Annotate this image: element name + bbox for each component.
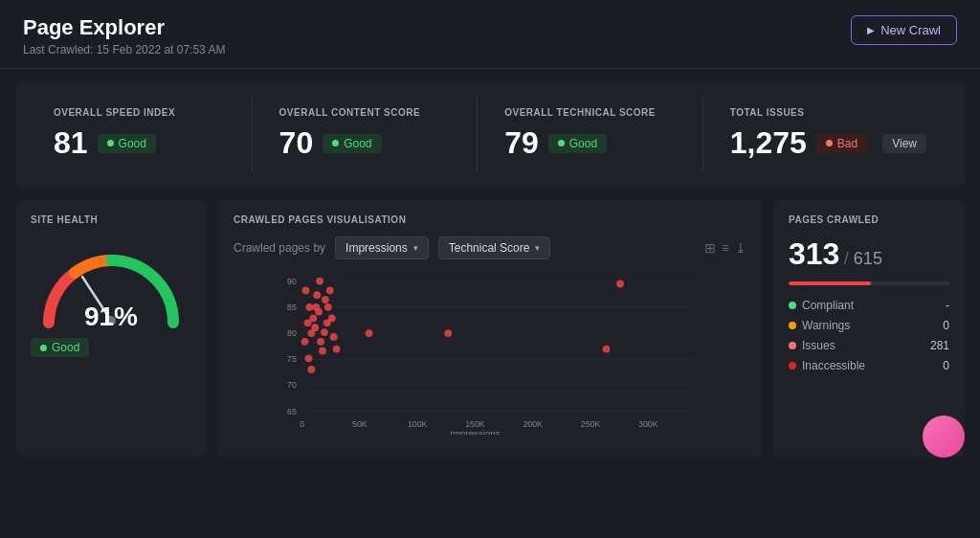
technical-score-card: OVERALL TECHNICAL SCORE 79 Good (489, 96, 703, 172)
legend-warnings: Warnings 0 (789, 319, 949, 332)
new-crawl-button[interactable]: ▶ New Crawl (851, 15, 957, 45)
technical-score-badge: Good (548, 134, 607, 153)
svg-point-39 (330, 333, 338, 341)
pages-crawled-label: PAGES CRAWLED (789, 214, 949, 225)
gauge-center: 91% (84, 302, 138, 332)
crawled-controls: Crawled pages by Impressions ▾ Technical… (234, 236, 746, 259)
svg-point-30 (311, 324, 319, 331)
total-issues-badge: Bad (816, 134, 867, 153)
legend-compliant: Compliant - (789, 299, 949, 312)
inaccessible-dot (789, 362, 796, 370)
svg-point-23 (306, 303, 314, 311)
svg-point-47 (616, 280, 624, 288)
svg-text:300K: 300K (638, 419, 658, 429)
gauge-container: 91% (34, 236, 188, 332)
bottom-row: SITE HEALTH 91% Good (0, 199, 980, 458)
scatter-plot-svg: 90 85 80 75 70 65 0 50K 100K 150K 200K 2 (234, 267, 746, 435)
technical-score-dropdown[interactable]: Technical Score ▾ (438, 236, 551, 259)
page-title: Page Explorer (23, 15, 225, 40)
svg-point-31 (317, 338, 324, 346)
svg-point-22 (302, 286, 310, 294)
pages-bar-fill (789, 281, 871, 285)
svg-text:85: 85 (287, 303, 297, 312)
svg-text:65: 65 (287, 407, 297, 416)
content-score-dot (332, 140, 339, 146)
last-crawled: Last Crawled: 15 Feb 2022 at 07:53 AM (23, 43, 225, 56)
crawled-by-label: Crawled pages by (234, 241, 325, 255)
svg-point-33 (305, 354, 313, 362)
list-icon[interactable]: ≡ (722, 240, 729, 256)
total-issues-card: TOTAL ISSUES 1,275 Bad View (715, 96, 942, 172)
total-issues-value: 1,275 (730, 125, 807, 161)
site-health-card: SITE HEALTH 91% Good (15, 199, 207, 458)
score-cards-row: OVERALL SPEED INDEX 81 Good OVERALL CONT… (15, 80, 965, 188)
site-health-status-badge: Good (31, 338, 89, 357)
avatar (923, 415, 965, 458)
svg-point-48 (603, 346, 611, 353)
technical-score-label: OVERALL TECHNICAL SCORE (504, 107, 687, 118)
svg-text:50K: 50K (352, 419, 368, 429)
svg-point-27 (309, 315, 317, 323)
header: Page Explorer Last Crawled: 15 Feb 2022 … (0, 0, 980, 69)
svg-text:70: 70 (287, 380, 297, 390)
total-issues-label: TOTAL ISSUES (730, 107, 926, 118)
impressions-chevron-icon: ▾ (413, 243, 418, 253)
view-issues-button[interactable]: View (882, 134, 926, 153)
speed-index-card: OVERALL SPEED INDEX 81 Good (38, 96, 253, 172)
svg-point-37 (324, 303, 332, 311)
svg-text:Impressions: Impressions (450, 428, 501, 435)
pages-count-row: 313 / 615 (789, 236, 949, 272)
svg-text:90: 90 (287, 277, 297, 286)
svg-point-44 (326, 286, 334, 294)
grid-icon[interactable]: ⊞ (704, 240, 716, 256)
warnings-dot (789, 322, 796, 329)
impressions-dropdown[interactable]: Impressions ▾ (335, 236, 429, 259)
pages-progress-bar (789, 281, 949, 285)
svg-text:75: 75 (287, 354, 297, 364)
svg-point-26 (301, 338, 309, 346)
content-score-badge: Good (323, 134, 381, 153)
crawled-pages-card: CRAWLED PAGES VISUALISATION Crawled page… (218, 199, 762, 458)
svg-text:80: 80 (287, 328, 297, 338)
play-icon: ▶ (867, 25, 875, 35)
compliant-dot (789, 302, 796, 309)
download-icon[interactable]: ⤓ (735, 240, 746, 256)
header-left: Page Explorer Last Crawled: 15 Feb 2022 … (23, 15, 225, 56)
svg-point-42 (316, 278, 323, 285)
svg-point-28 (313, 291, 321, 299)
svg-point-46 (444, 329, 452, 337)
speed-index-value: 81 (54, 125, 88, 161)
total-issues-dot (826, 140, 833, 146)
speed-index-badge: Good (98, 134, 156, 153)
crawled-pages-label: CRAWLED PAGES VISUALISATION (234, 214, 746, 225)
svg-point-35 (321, 328, 328, 336)
svg-point-38 (328, 315, 336, 323)
gauge-percent: 91% (84, 302, 138, 332)
technical-score-chevron-icon: ▾ (535, 243, 540, 253)
svg-point-40 (333, 346, 341, 353)
svg-point-34 (307, 366, 315, 373)
content-score-label: OVERALL CONTENT SCORE (279, 107, 462, 118)
svg-point-45 (366, 329, 373, 337)
svg-point-43 (322, 296, 329, 303)
technical-score-value: 79 (504, 125, 539, 161)
svg-point-32 (319, 347, 326, 355)
svg-text:250K: 250K (581, 419, 601, 429)
site-health-gauge-badge: Good (31, 338, 89, 357)
legend-inaccessible: Inaccessible 0 (789, 359, 949, 372)
content-score-card: OVERALL CONTENT SCORE 70 Good (264, 96, 479, 172)
pages-total-count: 615 (854, 249, 882, 268)
legend-issues: Issues 281 (789, 339, 949, 352)
technical-score-dot (558, 140, 565, 146)
content-score-value: 70 (279, 125, 314, 161)
chart-icons: ⊞ ≡ ⤓ (704, 240, 746, 256)
svg-text:100K: 100K (408, 419, 428, 429)
svg-text:200K: 200K (523, 419, 544, 429)
issues-dot (789, 342, 796, 349)
svg-point-41 (312, 303, 320, 311)
svg-text:0: 0 (300, 419, 304, 429)
scatter-plot-area: 90 85 80 75 70 65 0 50K 100K 150K 200K 2 (234, 267, 746, 435)
speed-index-label: OVERALL SPEED INDEX (54, 107, 236, 118)
site-health-label: SITE HEALTH (31, 214, 98, 225)
pages-crawled-count: 313 (789, 236, 839, 271)
